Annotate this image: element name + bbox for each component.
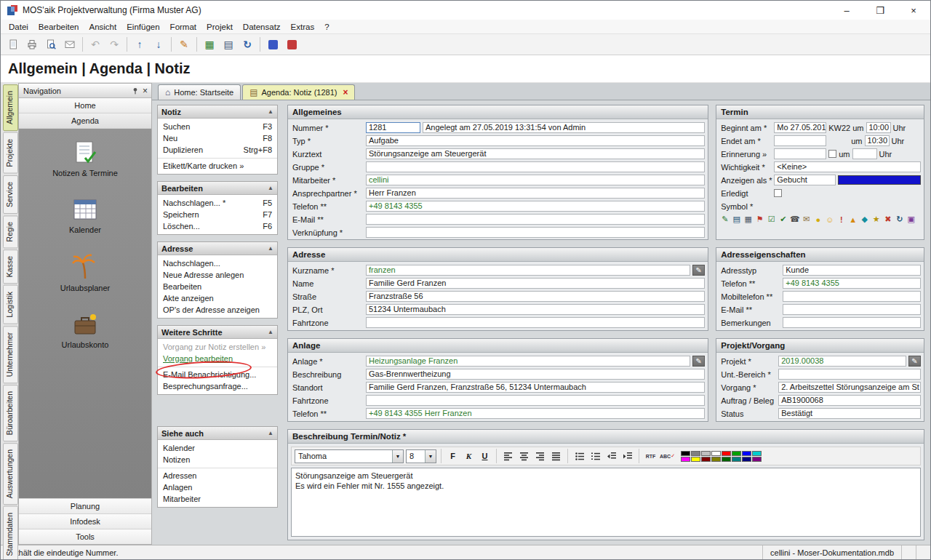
action-item[interactable]: SpeichernF7 [158,209,277,220]
symbol-icon[interactable]: ▣ [906,214,916,225]
underline-button[interactable]: U [478,449,492,463]
color-swatch[interactable] [732,457,741,462]
telefon-input[interactable]: +49 8143 4355 [366,201,705,212]
symbol-icon[interactable]: ◆ [859,214,870,225]
action-item[interactable]: Nachschlagen... [158,257,277,269]
verknuepfung-input[interactable] [366,227,705,238]
module-tab[interactable]: Auswertungen [3,443,18,505]
color-swatch[interactable] [742,457,751,462]
menu-item[interactable]: ? [319,21,334,33]
font-select[interactable]: Tahoma▼ [295,449,404,463]
module-tab[interactable]: Allgemein [3,84,18,131]
nav-module-kalender[interactable]: Kalender [69,197,101,234]
kurztext-input[interactable]: Störungsanzeige am Steuergerät [366,148,705,159]
symbol-icon[interactable]: ⚑ [754,214,765,225]
module-tab[interactable]: Büroarbeiten [3,385,18,441]
symbol-icon[interactable]: ☑ [766,214,777,225]
redo-icon[interactable]: ↷ [105,36,123,53]
outdent-icon[interactable] [604,449,618,463]
symbol-icon[interactable]: ▦ [743,214,754,225]
action-item[interactable]: NeuF8 [158,132,277,144]
table-grid-icon[interactable]: ▤ [220,36,237,53]
email-input[interactable] [366,214,705,225]
edit-projekt-icon[interactable]: ✎ [908,356,921,367]
action-item[interactable]: Adressen [158,468,277,481]
vorgang-input[interactable]: 2. Arbeitszettel Störungsanzeige am St [778,382,921,393]
bullet-list-icon[interactable] [572,449,586,463]
card-header[interactable]: Weitere Schritte▲ [158,326,277,339]
color-swatch[interactable] [701,457,711,462]
menu-item[interactable]: Einfügen [121,21,164,33]
menu-item[interactable]: Extras [286,21,320,33]
nav-item[interactable]: Tools [19,529,151,544]
plz-ort-input[interactable]: 51234 Untermaubach [366,304,705,315]
menu-item[interactable]: Datensatz [238,21,286,33]
fahrtzone-input[interactable] [366,317,705,328]
color-swatch[interactable] [722,457,731,462]
chevron-down-icon[interactable]: ▼ [425,450,436,463]
anzeigen-als-input[interactable]: Gebucht [774,175,836,185]
menu-item[interactable]: Projekt [201,21,238,33]
nav-item[interactable]: Planung [19,498,151,513]
erledigt-checkbox[interactable] [774,189,782,197]
auftrag-beleg-input[interactable]: AB1900068 [778,395,921,406]
module-tab[interactable]: Stammdaten [3,506,18,560]
symbol-icon[interactable]: ★ [871,214,882,225]
rtf-button[interactable]: RTF [644,449,658,463]
edit-form-icon[interactable]: ✎ [175,36,193,53]
symbol-icon[interactable]: ✎ [719,214,730,225]
print-preview-icon[interactable] [42,36,60,53]
symbol-icon[interactable]: ✉ [801,214,812,225]
card-header[interactable]: Bearbeiten▲ [158,182,277,195]
mitarbeiter-input[interactable]: cellini [366,175,705,185]
color-swatch[interactable] [691,451,700,456]
menu-item[interactable]: Format [165,21,201,33]
bemerkungen-input[interactable] [783,317,921,328]
close-panel-icon[interactable]: × [143,86,148,96]
color-swatch[interactable] [701,451,711,456]
beginnt-datum-input[interactable]: Mo 27.05.2019 [774,122,826,133]
chevron-down-icon[interactable]: ▼ [392,450,403,463]
font-size-select[interactable]: 8▼ [406,449,436,463]
name-input[interactable]: Familie Gerd Franzen [366,278,705,289]
refresh-icon[interactable]: ↻ [239,36,256,53]
strasse-input[interactable]: Franzstraße 56 [366,291,705,302]
edit-adresse-icon[interactable]: ✎ [692,265,705,276]
action-besprechungsanfrage[interactable]: Besprechungsanfrage... [158,380,277,392]
nav-item[interactable]: Home [19,98,151,113]
wichtigkeit-input[interactable]: <Keine> [774,161,921,172]
action-item[interactable]: Etikett/Karte drucken » [158,158,277,172]
email-icon[interactable] [61,36,79,53]
erinnerung-datum-input[interactable] [774,148,826,159]
module-tab[interactable]: Logistik [3,285,18,324]
symbol-icon[interactable]: ✖ [882,214,893,225]
symbol-icon[interactable]: ▤ [731,214,742,225]
color-swatch[interactable] [681,457,690,462]
action-item[interactable]: Löschen...F6 [158,220,277,232]
email-adresse-input[interactable] [783,304,921,315]
edit-anlage-icon[interactable]: ✎ [692,356,705,367]
close-icon[interactable]: × [897,1,930,20]
symbol-icon[interactable]: ● [812,214,823,225]
nav-item[interactable]: Infodesk [19,513,151,529]
new-document-icon[interactable] [4,36,22,53]
action-item[interactable]: Anlagen [158,481,277,493]
nav-module-urlaubskonto[interactable]: Urlaubskonto [62,312,109,349]
action-vorgang-bearbeiten[interactable]: Vorgang bearbeiten [158,353,277,364]
symbol-icon[interactable]: ↻ [894,214,905,225]
align-center-icon[interactable] [517,449,531,463]
telefon-adresse-input[interactable]: +49 8143 4355 [783,278,921,289]
telefon-anlage-input[interactable]: +49 8143 4355 Herr Franzen [366,408,705,419]
anlage-input[interactable]: Heizungsanlage Franzen [366,356,690,367]
module-tab[interactable]: Kasse [3,249,18,284]
card-header[interactable]: Siehe auch▲ [158,427,277,440]
symbol-icon[interactable]: ✔ [778,214,788,225]
action-item[interactable]: SuchenF3 [158,121,277,132]
color-swatch[interactable] [752,457,762,462]
action-item[interactable]: OP's der Adresse anzeigen [158,304,277,316]
menu-item[interactable]: Bearbeiten [33,21,84,33]
print-icon[interactable] [23,36,41,53]
module-tab[interactable]: Service [3,175,18,214]
symbol-icon[interactable]: ☺ [824,214,835,225]
minimize-icon[interactable]: – [830,1,863,20]
